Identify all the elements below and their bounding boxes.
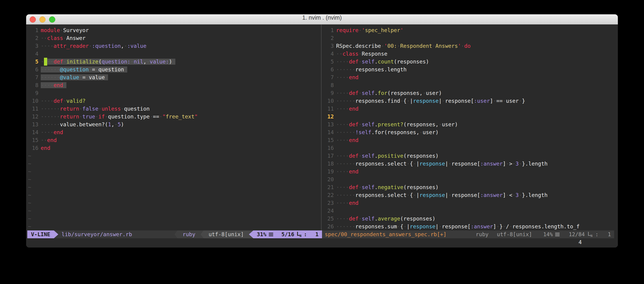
code-token: }.length <box>522 161 548 167</box>
code-token: Respondent <box>400 43 432 49</box>
code-line: 3RSpec.describe·'00:·Respondent·Answers'… <box>322 42 618 50</box>
editor-pane-right[interactable]: 1require·'spec_helper'23RSpec.describe·'… <box>322 24 618 230</box>
code-token: !self <box>355 129 371 135</box>
code-token: module <box>41 27 60 33</box>
line-number: 5 <box>26 58 38 66</box>
code-token: { <box>400 224 404 230</box>
editor-split: 1module·Surveyor2··class·Answer3····attr… <box>26 24 618 230</box>
code-token: attr_reader <box>54 43 88 49</box>
code-token: :user <box>474 98 490 104</box>
code-token: · <box>130 59 134 65</box>
code-token: ······ <box>336 161 355 167</box>
line-number: 2 <box>322 34 334 42</box>
code-token: end <box>349 200 358 206</box>
code-token: user) <box>422 129 438 135</box>
scroll-percent: 31% <box>257 231 266 237</box>
code-token: ] <box>490 98 493 104</box>
statusline-right-inner: spec/00_respondents_answers_spec.rb[+] r… <box>322 230 614 238</box>
code-token: (responses) <box>400 216 435 222</box>
code-token: · <box>518 98 522 104</box>
code-token: | <box>407 224 410 230</box>
powerline-arrow-icon <box>54 230 58 238</box>
code-token: · <box>79 114 82 120</box>
code-line: 15··end <box>26 136 321 144</box>
line-number: 24 <box>322 207 334 215</box>
line-number: 4 <box>322 50 334 58</box>
code-token: } <box>500 224 503 230</box>
code-token: < <box>509 192 512 198</box>
code-token: / <box>506 224 509 230</box>
editor-pane-left[interactable]: 1module·Surveyor2··class·Answer3····attr… <box>26 24 322 230</box>
code-token: spec_helper <box>365 27 400 33</box>
code-token: end <box>349 106 358 112</box>
pending-command-count: 4 <box>578 238 582 246</box>
code-token: self <box>362 153 374 159</box>
code-token: ······ <box>336 192 355 198</box>
code-token: · <box>397 43 400 49</box>
visual-selection: ··def·initialize(question:·nil,·value:) <box>47 59 175 65</box>
code-token: ······ <box>41 74 60 80</box>
code-token: @question <box>60 66 89 73</box>
code-token: ······ <box>41 114 60 120</box>
line-number: 16 <box>26 144 38 152</box>
code-token: · <box>413 192 416 198</box>
code-token: · <box>512 161 516 167</box>
line-number: 26 <box>322 223 334 230</box>
line-number: 10 <box>26 97 38 105</box>
code-token: | <box>416 192 420 198</box>
code-token: question.type <box>108 114 150 120</box>
code-token: (responses) <box>394 59 429 65</box>
code-token: " <box>162 114 166 120</box>
code-token: def <box>349 122 358 128</box>
code-token: ···· <box>336 168 349 174</box>
code-token: · <box>448 192 452 198</box>
code-line: 5····def·self.count(responses) <box>322 58 618 66</box>
code-token: · <box>397 224 400 230</box>
code-token: == <box>496 98 503 104</box>
code-token: return <box>60 114 79 120</box>
code-token: positive <box>378 153 404 159</box>
titlebar[interactable]: 1. nvim . (nvim) <box>26 14 618 24</box>
code-token: ······ <box>336 98 355 104</box>
code-token: · <box>98 106 102 112</box>
code-token: · <box>442 98 445 104</box>
code-token: ] <box>503 161 506 167</box>
tilde-row: ~ <box>26 215 321 223</box>
code-token: do <box>464 43 471 49</box>
code-line: 4 <box>26 50 321 58</box>
code-token: response <box>410 224 436 230</box>
line-number: 17 <box>322 152 334 160</box>
code-token: end <box>41 145 50 151</box>
line-number: 21 <box>322 183 334 191</box>
line-number: 7 <box>322 73 334 81</box>
code-token: · <box>518 161 522 167</box>
line-number: 3 <box>322 42 334 50</box>
code-token: · <box>407 161 410 167</box>
code-line: 15····end <box>322 136 618 144</box>
code-token: ···· <box>336 137 349 143</box>
code-token: responses.length <box>355 66 407 73</box>
code-token: self <box>362 216 374 222</box>
line-number: 14 <box>322 128 334 136</box>
code-token: :value <box>127 43 146 49</box>
code-line: 1module·Surveyor <box>26 26 321 34</box>
code-token: · <box>89 43 92 49</box>
line-number: 15 <box>26 136 38 144</box>
code-token: def <box>349 59 358 65</box>
line-number: 4 <box>26 50 38 58</box>
tilde-row: ~ <box>26 199 321 207</box>
code-token: · <box>86 74 89 80</box>
code-line: 14····end <box>26 128 321 136</box>
code-token: · <box>420 129 422 135</box>
code-token: · <box>358 90 362 96</box>
code-token: · <box>358 51 362 57</box>
visual-selection: ······@question·=·question <box>41 66 127 73</box>
code-line: 21····def·self.negative(responses) <box>322 183 618 191</box>
code-token: · <box>63 59 66 65</box>
line-number: 8 <box>26 81 38 89</box>
code-token: end <box>54 82 63 88</box>
command-line[interactable]: 4 <box>26 238 618 248</box>
column-number: 1 <box>608 231 611 237</box>
code-token: · <box>509 224 512 230</box>
code-token: · <box>400 98 404 104</box>
